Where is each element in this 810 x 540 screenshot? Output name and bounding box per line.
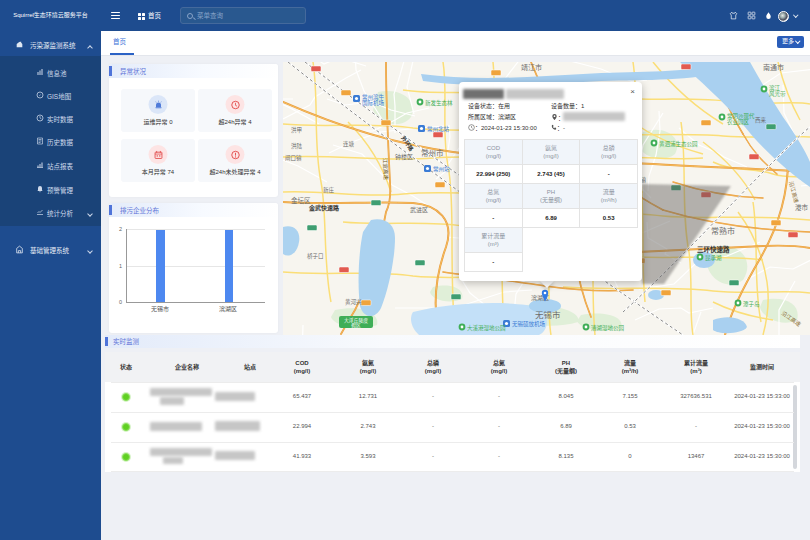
svg-text:假区: 假区 xyxy=(351,322,361,329)
svg-text:钟楼区: 钟楼区 xyxy=(395,153,413,161)
svg-text:洪甲: 洪甲 xyxy=(291,126,302,134)
svg-text:靖江市: 靖江市 xyxy=(521,63,542,72)
svg-text:黄河兴: 黄河兴 xyxy=(345,298,362,306)
svg-text:桥子口: 桥子口 xyxy=(307,252,324,260)
svg-text:无锡硕放机场: 无锡硕放机场 xyxy=(512,320,546,328)
svg-text:三环快速路: 三环快速路 xyxy=(697,245,730,254)
svg-text:南通市: 南通市 xyxy=(763,63,784,72)
svg-text:闸口镇: 闸口镇 xyxy=(285,154,302,162)
svg-text:大溪港湿地公园: 大溪港湿地公园 xyxy=(467,324,506,332)
svg-text:西来: 西来 xyxy=(755,116,767,124)
svg-text:昆承湖: 昆承湖 xyxy=(705,254,722,262)
svg-text:港市: 港市 xyxy=(795,203,809,212)
svg-text:新庄: 新庄 xyxy=(323,186,335,194)
svg-text:常州站: 常州站 xyxy=(433,165,450,173)
svg-text:风光带: 风光带 xyxy=(769,90,786,98)
svg-text:武进区: 武进区 xyxy=(410,206,428,214)
svg-text:常州北站: 常州北站 xyxy=(427,125,450,133)
svg-text:新发生态林: 新发生态林 xyxy=(425,99,453,107)
svg-text:漕湖湿地公园: 漕湖湿地公园 xyxy=(591,324,625,332)
svg-text:常州市: 常州市 xyxy=(421,148,444,158)
svg-text:连塘: 连塘 xyxy=(343,140,355,148)
svg-text:洪陆: 洪陆 xyxy=(291,142,303,150)
svg-text:无锡市: 无锡市 xyxy=(535,310,561,320)
svg-text:潭子岛: 潭子岛 xyxy=(743,300,760,308)
svg-text:农业园区: 农业园区 xyxy=(727,118,750,126)
svg-text:黄泗浦生态公园: 黄泗浦生态公园 xyxy=(659,140,698,148)
svg-text:金武快速路: 金武快速路 xyxy=(308,204,340,212)
svg-text:常熟市: 常熟市 xyxy=(711,226,735,236)
svg-text:国际机场: 国际机场 xyxy=(362,99,385,107)
svg-text:金坛区: 金坛区 xyxy=(291,196,311,205)
